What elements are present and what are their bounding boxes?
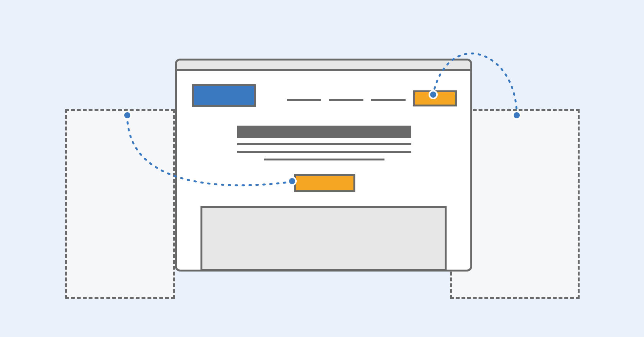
subhead-line-2: [237, 151, 411, 153]
hero-image-placeholder: [200, 206, 447, 271]
nav-item-2: [329, 99, 363, 101]
browser-titlebar: [177, 61, 470, 71]
logo-placeholder: [192, 84, 256, 107]
connector-dot-right-panel: [512, 111, 521, 120]
connector-dot-left-panel: [123, 111, 132, 120]
headline-bar: [237, 126, 411, 138]
connector-dot-header-cta: [429, 90, 438, 99]
subhead-line-1: [237, 143, 411, 145]
subhead-line-3: [264, 159, 384, 160]
body-cta-button[interactable]: [294, 174, 355, 192]
left-linked-panel: [65, 109, 175, 299]
connector-dot-body-cta: [288, 177, 297, 186]
diagram-stage: [0, 0, 644, 337]
browser-window: [175, 59, 472, 272]
nav-item-1: [287, 99, 321, 101]
nav-item-3: [371, 99, 406, 101]
